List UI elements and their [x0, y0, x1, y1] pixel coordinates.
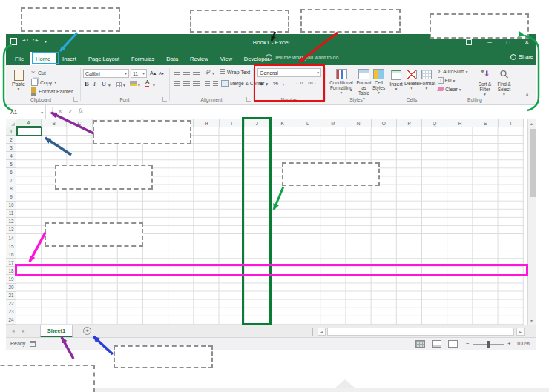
underline-button[interactable]: U — [102, 80, 106, 87]
tab-insert[interactable]: Insert — [56, 52, 82, 65]
row-header-21[interactable]: 21 — [6, 292, 16, 300]
minimize-button[interactable]: ─ — [483, 37, 496, 47]
align-top-icon[interactable] — [174, 70, 180, 76]
grow-font-button[interactable]: A▴ — [150, 70, 156, 76]
tab-page-layout[interactable]: Page Layout — [82, 52, 125, 65]
conditional-formatting-button[interactable]: Conditional Formatting ▾ — [327, 68, 355, 95]
scroll-down-icon[interactable]: ▾ — [530, 318, 533, 323]
fill-button[interactable]: ↓ Fill ▾ — [438, 77, 455, 84]
cancel-entry-icon[interactable]: ✕ — [58, 108, 62, 115]
add-sheet-button[interactable]: + — [83, 327, 91, 335]
hscroll-right-icon[interactable]: ▸ — [516, 328, 525, 336]
column-header-m[interactable]: M — [320, 119, 346, 127]
cut-button[interactable]: ✂ Cut — [31, 70, 46, 76]
tell-me-box[interactable]: Tell me what you want to do... — [266, 54, 343, 61]
fill-color-icon[interactable] — [130, 81, 137, 86]
format-cells-button[interactable]: Format ▾ — [419, 68, 434, 90]
copy-button[interactable]: Copy ▾ — [31, 79, 56, 86]
row-header-6[interactable]: 6 — [6, 168, 16, 176]
column-header-t[interactable]: T — [499, 119, 524, 127]
close-button[interactable]: ✕ — [520, 37, 533, 47]
tab-file[interactable]: File — [9, 52, 30, 65]
vertical-scrollbar[interactable]: ▴ ▾ — [527, 119, 536, 325]
macro-record-icon[interactable] — [30, 341, 36, 347]
cell-styles-button[interactable]: Cell Styles ▾ — [372, 68, 386, 95]
align-center-icon[interactable] — [183, 81, 190, 87]
clipboard-dialog-launcher-icon[interactable] — [73, 97, 78, 102]
italic-button[interactable]: I — [93, 80, 96, 87]
row-header-11[interactable]: 11 — [6, 210, 16, 218]
page-layout-view-icon[interactable] — [432, 340, 441, 348]
column-header-n[interactable]: N — [346, 119, 372, 127]
row-header-20[interactable]: 20 — [6, 284, 16, 292]
format-as-table-button[interactable]: Format as Table ▾ — [356, 68, 372, 101]
column-header-o[interactable]: O — [372, 119, 397, 127]
insert-function-icon[interactable]: fx — [79, 107, 83, 114]
font-size-combo[interactable]: 11 ▾ — [131, 69, 147, 78]
delete-cells-button[interactable]: Delete ▾ — [404, 68, 419, 90]
ribbon-display-options-icon[interactable] — [462, 37, 476, 47]
tab-data[interactable]: Data — [160, 52, 184, 65]
normal-view-icon[interactable] — [415, 340, 425, 348]
column-header-l[interactable]: L — [295, 119, 320, 127]
row-header-14[interactable]: 14 — [6, 234, 16, 242]
row-header-9[interactable]: 9 — [6, 193, 16, 202]
hscroll-left-icon[interactable]: ◂ — [318, 328, 326, 336]
align-bottom-icon[interactable] — [193, 70, 200, 76]
format-painter-button[interactable]: Format Painter — [31, 87, 73, 96]
row-header-12[interactable]: 12 — [6, 218, 16, 226]
tab-formulas[interactable]: Formulas — [125, 52, 160, 65]
sheet-nav-left-icon[interactable]: ◂ — [12, 328, 15, 334]
zoom-out-button[interactable]: − — [466, 340, 470, 347]
column-header-b[interactable]: B — [42, 119, 67, 127]
row-header-16[interactable]: 16 — [6, 250, 16, 259]
row-header-19[interactable]: 19 — [6, 275, 16, 283]
find-select-button[interactable]: Find & Select ▾ — [495, 68, 513, 96]
row-header-22[interactable]: 22 — [6, 300, 16, 308]
alignment-dialog-launcher-icon[interactable] — [246, 97, 251, 102]
clear-button[interactable]: Clear ▾ — [438, 87, 461, 92]
maximize-button[interactable]: □ — [502, 37, 515, 47]
confirm-entry-icon[interactable]: ✓ — [68, 108, 73, 115]
decrease-indent-icon[interactable] — [205, 81, 210, 87]
borders-icon[interactable] — [116, 82, 122, 87]
share-button[interactable]: Share — [510, 53, 533, 60]
row-header-8[interactable]: 8 — [6, 185, 16, 193]
page-break-view-icon[interactable] — [448, 340, 458, 348]
row-header-15[interactable]: 15 — [6, 242, 16, 250]
column-header-r[interactable]: R — [447, 119, 473, 127]
row-header-1[interactable]: 1 — [6, 127, 16, 136]
tab-split-handle[interactable] — [312, 328, 313, 336]
align-left-icon[interactable] — [174, 81, 180, 87]
row-header-23[interactable]: 23 — [6, 308, 16, 316]
wrap-text-button[interactable]: Wrap Text — [220, 69, 250, 75]
row-header-10[interactable]: 10 — [6, 202, 16, 210]
zoom-in-button[interactable]: + — [507, 340, 511, 347]
column-header-h[interactable]: H — [194, 119, 219, 127]
column-header-c[interactable]: C — [67, 119, 92, 127]
font-dialog-launcher-icon[interactable] — [162, 97, 167, 102]
zoom-slider-thumb[interactable] — [487, 341, 490, 348]
row-header-13[interactable]: 13 — [6, 226, 16, 234]
name-box-dropdown-icon[interactable]: ▾ — [41, 110, 43, 115]
column-header-p[interactable]: P — [397, 119, 422, 127]
collapse-ribbon-icon[interactable]: ∧ — [525, 92, 529, 98]
select-all-corner[interactable] — [6, 119, 16, 127]
font-name-combo[interactable]: Calibri ▾ — [83, 69, 129, 78]
align-middle-icon[interactable] — [183, 70, 190, 76]
vertical-scroll-thumb[interactable] — [530, 129, 536, 197]
insert-cells-button[interactable]: Insert ▾ — [389, 68, 404, 91]
row-header-5[interactable]: 5 — [6, 160, 16, 168]
scroll-up-icon[interactable]: ▴ — [530, 121, 533, 126]
tab-review[interactable]: Review — [184, 52, 214, 65]
autosum-button[interactable]: Σ AutoSum ▾ — [438, 68, 468, 75]
align-right-icon[interactable] — [193, 81, 200, 87]
row-header-24[interactable]: 24 — [6, 316, 16, 325]
selected-cell-a1[interactable] — [16, 127, 42, 136]
horizontal-scrollbar[interactable] — [327, 328, 514, 336]
paste-button[interactable]: Paste ▾ — [9, 68, 28, 96]
row-header-2[interactable]: 2 — [6, 136, 16, 144]
row-header-7[interactable]: 7 — [6, 176, 16, 185]
column-header-i[interactable]: I — [220, 119, 245, 127]
shrink-font-button[interactable]: A▾ — [159, 70, 164, 76]
